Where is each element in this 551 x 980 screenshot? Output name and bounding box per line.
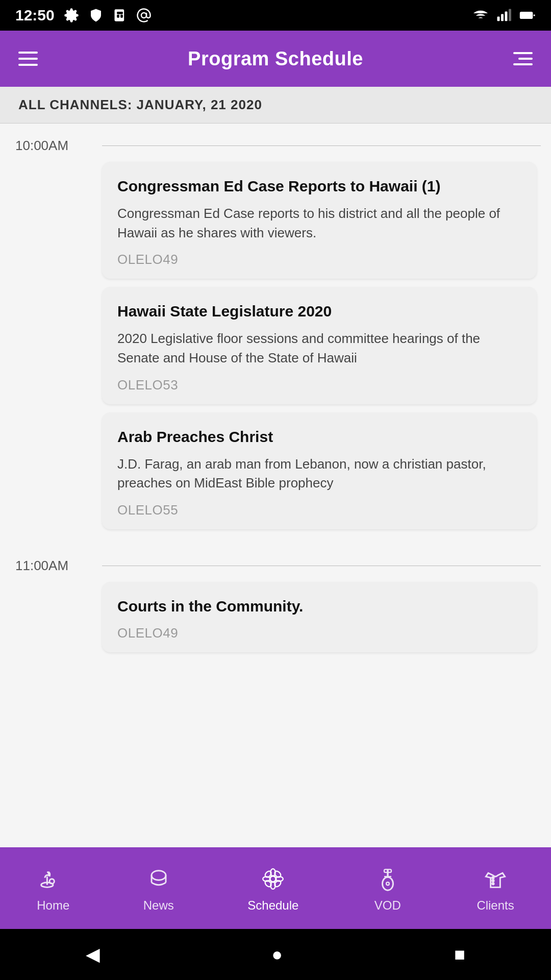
- svg-point-26: [382, 877, 393, 891]
- 10am-programs-row: Congressman Ed Case Reports to Hawaii (1…: [0, 154, 551, 529]
- nav-label-home: Home: [37, 898, 69, 913]
- program-channel-3: OLELO55: [117, 502, 521, 518]
- page-title: Program Schedule: [188, 48, 363, 70]
- nav-item-clients[interactable]: Clients: [477, 864, 514, 913]
- settings-icon: [64, 8, 79, 23]
- time-divider-10am: 10:00AM: [0, 124, 551, 154]
- nav-label-news: News: [143, 898, 174, 913]
- date-banner: ALL CHANNELS: JANUARY, 21 2020: [0, 87, 551, 124]
- system-nav: ◀ ● ■: [0, 929, 551, 980]
- status-bar: 12:50: [0, 0, 551, 31]
- 10am-programs: Congressman Ed Case Reports to Hawaii (1…: [102, 162, 551, 529]
- program-card-1[interactable]: Congressman Ed Case Reports to Hawaii (1…: [102, 162, 537, 279]
- 11am-programs: Courts in the Community. OLELO49: [102, 582, 551, 652]
- filter-button[interactable]: [513, 52, 533, 65]
- nav-item-home[interactable]: Home: [37, 864, 69, 913]
- recent-button[interactable]: ■: [454, 944, 465, 965]
- clients-icon: [480, 864, 511, 894]
- time-label-10am: 10:00AM: [0, 138, 102, 154]
- header: Program Schedule: [0, 31, 551, 87]
- nav-item-news[interactable]: News: [143, 864, 174, 913]
- svg-point-31: [492, 877, 494, 879]
- sim-icon: [113, 8, 127, 22]
- bottom-nav: Home News: [0, 847, 551, 929]
- program-channel-1: OLELO49: [117, 252, 521, 267]
- svg-rect-2: [120, 15, 123, 18]
- program-desc-2: 2020 Legislative floor sessions and comm…: [117, 329, 521, 368]
- program-title-3: Arab Preaches Christ: [117, 427, 521, 447]
- program-card-3[interactable]: Arab Preaches Christ J.D. Farag, an arab…: [102, 412, 537, 529]
- nav-item-vod[interactable]: VOD: [372, 864, 403, 913]
- svg-point-4: [141, 13, 146, 18]
- program-desc-3: J.D. Farag, an arab man from Lebanon, no…: [117, 455, 521, 493]
- program-card-2[interactable]: Hawaii State Legislature 2020 2020 Legis…: [102, 287, 537, 404]
- program-desc-1: Congressman Ed Case reports to his distr…: [117, 204, 521, 242]
- divider-line: [102, 145, 541, 146]
- status-time: 12:50: [15, 7, 55, 24]
- news-icon: [143, 864, 174, 894]
- svg-rect-5: [497, 17, 500, 21]
- program-title-2: Hawaii State Legislature 2020: [117, 301, 521, 321]
- divider-line-11: [102, 566, 541, 566]
- svg-rect-8: [509, 9, 511, 21]
- svg-point-32: [492, 880, 494, 882]
- svg-rect-6: [501, 14, 504, 21]
- nav-label-schedule: Schedule: [247, 898, 298, 913]
- back-button[interactable]: ◀: [86, 944, 100, 965]
- svg-rect-1: [117, 15, 119, 18]
- svg-point-17: [270, 876, 276, 882]
- at-icon: [136, 8, 152, 23]
- home-button[interactable]: ●: [271, 944, 283, 965]
- time-divider-11am: 11:00AM: [0, 544, 551, 574]
- vod-icon: [372, 864, 403, 894]
- svg-point-30: [386, 882, 389, 885]
- program-channel-2: OLELO53: [117, 377, 521, 393]
- nav-label-vod: VOD: [374, 898, 401, 913]
- time-label-11am: 11:00AM: [0, 558, 102, 574]
- program-title-4: Courts in the Community.: [117, 596, 521, 616]
- program-title-1: Congressman Ed Case Reports to Hawaii (1…: [117, 176, 521, 196]
- program-channel-4: OLELO49: [117, 625, 521, 641]
- schedule-content: 10:00AM Congressman Ed Case Reports to H…: [0, 124, 551, 901]
- battery-icon: [518, 7, 536, 24]
- menu-button[interactable]: [18, 52, 38, 66]
- signal-icon: [496, 8, 511, 23]
- schedule-icon: [258, 864, 288, 894]
- nav-label-clients: Clients: [477, 898, 514, 913]
- program-card-4[interactable]: Courts in the Community. OLELO49: [102, 582, 537, 652]
- svg-rect-9: [520, 12, 533, 19]
- nav-item-schedule[interactable]: Schedule: [247, 864, 298, 913]
- svg-rect-7: [505, 12, 508, 21]
- svg-point-33: [492, 883, 494, 885]
- svg-point-14: [152, 871, 166, 880]
- shield-icon: [88, 8, 104, 23]
- svg-point-12: [49, 879, 54, 884]
- home-icon: [38, 864, 68, 894]
- status-left: 12:50: [15, 7, 152, 24]
- status-right: [472, 7, 536, 24]
- wifi-icon: [472, 7, 489, 23]
- 11am-programs-row: Courts in the Community. OLELO49: [0, 574, 551, 652]
- svg-rect-3: [117, 12, 123, 14]
